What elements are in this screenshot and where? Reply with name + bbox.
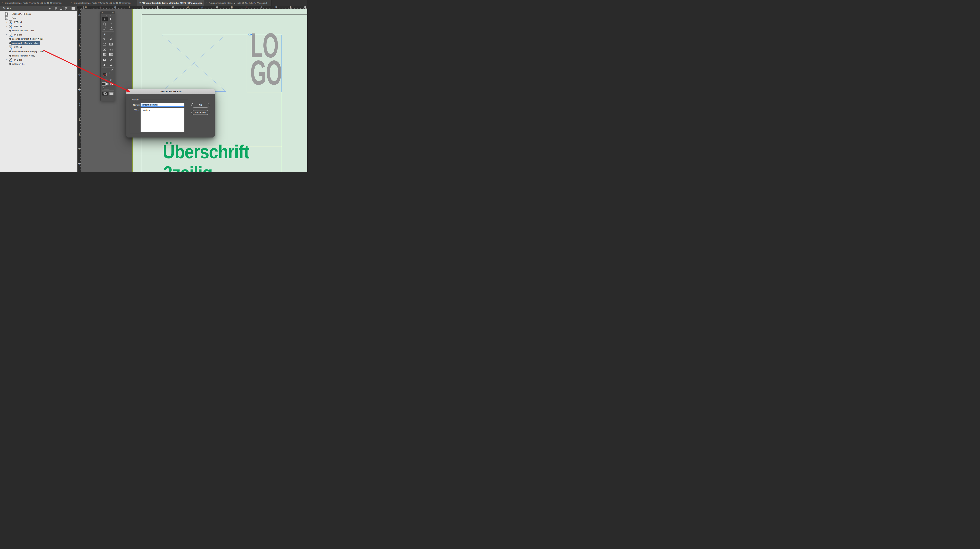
ruler-number: 4 5 xyxy=(78,148,80,150)
ruler-number: 3 5 xyxy=(78,118,80,121)
attribute-value-input[interactable]: headline xyxy=(140,108,185,132)
structure-element-row[interactable]: PFBlock xyxy=(0,57,77,62)
ok-button[interactable]: OK xyxy=(191,103,209,107)
content-placer-tool[interactable] xyxy=(108,27,114,31)
document-tab[interactable]: ×Gruppentemplate_Karte_V1.indd @ 263 % [… xyxy=(0,0,69,6)
view-mode-preview-button[interactable] xyxy=(109,93,113,95)
add-element-icon[interactable] xyxy=(60,7,62,10)
gradient-swatch-tool[interactable] xyxy=(102,53,108,57)
edit-attribute-dialog: Attribut bearbeiten Attribut Name: conte… xyxy=(126,89,215,137)
view-mode-normal-button[interactable] xyxy=(102,92,108,96)
collapse-chevron-icon[interactable] xyxy=(2,16,3,19)
apply-none-button[interactable] xyxy=(110,83,113,85)
expand-chevron-icon[interactable] xyxy=(6,21,8,24)
cancel-button[interactable]: Abbrechen xyxy=(191,110,209,115)
gradient-feather-tool[interactable] xyxy=(108,53,114,57)
image-placeholder-frame[interactable] xyxy=(162,35,226,92)
structure-attribute-row[interactable]: use-standard-text-if-empty = true xyxy=(0,49,77,54)
tab-close-icon[interactable]: × xyxy=(2,2,3,4)
attribute-name-input[interactable]: content-identifier xyxy=(140,103,185,107)
attribute-bullet-icon xyxy=(10,54,11,57)
gap-tool[interactable] xyxy=(108,22,114,26)
swap-fill-stroke-icon[interactable] xyxy=(111,69,113,71)
structure-element-row[interactable]: PFBlock xyxy=(0,45,77,49)
structure-element-row[interactable]: PFBlock xyxy=(0,24,77,29)
apply-color-button[interactable] xyxy=(102,83,105,85)
ruler-number: 5 xyxy=(157,6,158,8)
validate-structure-icon[interactable] xyxy=(49,7,51,10)
content-collector-tool[interactable] xyxy=(102,27,108,31)
collapse-chevron-icon[interactable] xyxy=(6,46,8,48)
tab-label: *Gruppentemplate_Karte_V3.indd @ 400 % [… xyxy=(142,2,203,4)
ruler-number: 10 xyxy=(172,6,174,8)
note-tool[interactable] xyxy=(102,58,108,62)
zoom-tool[interactable] xyxy=(108,63,114,67)
collapse-chevron-icon[interactable] xyxy=(6,33,8,36)
type-tool[interactable]: T xyxy=(102,32,108,37)
structure-attribute-row[interactable]: content-identifier = copy xyxy=(0,54,77,57)
structure-attribute-row[interactable]: content-identifier = bild xyxy=(0,29,77,33)
structure-row-label: use-standard-text-if-empty = true xyxy=(12,50,43,53)
apply-last-used-icon[interactable] xyxy=(104,87,109,89)
ruler-number: 50 xyxy=(290,6,291,8)
selection-tool[interactable] xyxy=(102,17,108,21)
vertical-ruler[interactable]: 051 01 52 02 53 03 54 04 55 0 xyxy=(78,9,81,172)
collapse-chevron-icon[interactable] xyxy=(6,25,8,28)
panel-grip[interactable] xyxy=(104,15,111,16)
document-tab[interactable]: ×Gruppentemplate_Karte_V2.indd @ 263 % [… xyxy=(69,0,137,6)
dialog-title[interactable]: Attribut bearbeiten xyxy=(126,89,215,94)
panel-collapse-icon[interactable]: ‹‹ xyxy=(112,11,114,14)
direct-selection-tool[interactable] xyxy=(108,17,114,21)
apply-gradient-button[interactable] xyxy=(106,83,109,85)
structure-tree: DOCTYPE PFBlockRootPFBlockPFBlockcontent… xyxy=(0,11,77,172)
ruler-number: 45 xyxy=(275,6,277,8)
structure-attribute-row[interactable]: use-standard-text-if-empty = true xyxy=(0,37,77,41)
structure-attribute-row[interactable]: content-identifier = headline xyxy=(0,41,77,45)
frame-tool[interactable] xyxy=(102,42,108,46)
structure-panel-header: Struktur xyxy=(0,6,77,11)
collapse-chevron-icon[interactable] xyxy=(6,58,8,61)
stroke-color-well[interactable] xyxy=(107,72,110,74)
free-transform-tool[interactable] xyxy=(108,48,114,52)
panel-menu-icon[interactable] xyxy=(72,8,75,9)
line-tool[interactable] xyxy=(108,32,114,37)
structure-element-row[interactable]: Root xyxy=(0,16,77,20)
structure-element-row[interactable]: PFBlock xyxy=(0,33,77,37)
formatting-affects-container-icon[interactable] xyxy=(105,79,107,81)
tools-panel-titlebar[interactable]: × ‹‹ xyxy=(100,11,115,14)
eyedropper-tool[interactable] xyxy=(108,58,114,62)
headline-text-line1[interactable]: Überschrift xyxy=(163,142,249,161)
tab-close-icon[interactable]: × xyxy=(139,2,141,4)
status-dot-icon xyxy=(55,7,57,10)
structure-element-row[interactable]: DOCTYPE PFBlock xyxy=(0,12,77,16)
page-tool[interactable] xyxy=(102,22,108,26)
selected-text: content-identifier xyxy=(142,104,158,106)
document-tab[interactable]: ×*Gruppentemplate_Karte_V3.indd @ 400 % … xyxy=(137,0,204,6)
pen-tool[interactable] xyxy=(102,37,108,41)
attribute-bullet-icon xyxy=(10,38,11,40)
tab-close-icon[interactable]: × xyxy=(206,2,207,4)
tab-close-icon[interactable]: × xyxy=(71,2,72,4)
structure-row-label: settings = {... xyxy=(12,63,24,65)
indesign-window: ×Gruppentemplate_Karte_V1.indd @ 263 % [… xyxy=(0,0,307,172)
structure-element-row[interactable]: PFBlock xyxy=(0,20,77,24)
ruler-origin-corner[interactable] xyxy=(77,6,81,9)
delete-element-icon[interactable] xyxy=(65,7,68,10)
structure-row-label: Root xyxy=(12,17,16,19)
dialog-body: Attribut Name: content-identifier Wert: … xyxy=(126,94,215,137)
selected-text-frame-edge[interactable] xyxy=(162,146,282,147)
fill-color-well[interactable] xyxy=(103,73,107,76)
panel-close-icon[interactable]: × xyxy=(102,11,103,14)
logo-placeholder-text[interactable]: LO GO xyxy=(250,32,282,86)
ruler-number: 20 xyxy=(202,6,203,8)
rectangle-tool[interactable] xyxy=(108,42,114,46)
scissors-tool[interactable] xyxy=(102,48,108,52)
horizontal-ruler[interactable]: 20151050510152025303540455055 xyxy=(78,6,307,9)
pencil-tool[interactable] xyxy=(108,37,114,41)
document-tab[interactable]: ×*Gruppentemplate_Karte_V4.indd @ 263 % … xyxy=(204,0,272,6)
formatting-affects-text-icon[interactable]: T xyxy=(110,79,111,81)
hand-tool[interactable] xyxy=(102,63,108,67)
structure-attribute-row[interactable]: settings = {... xyxy=(0,62,77,66)
headline-text-line2[interactable]: 2zeilig xyxy=(163,164,212,172)
tab-label: Gruppentemplate_Karte_V1.indd @ 263 % [G… xyxy=(5,2,62,4)
